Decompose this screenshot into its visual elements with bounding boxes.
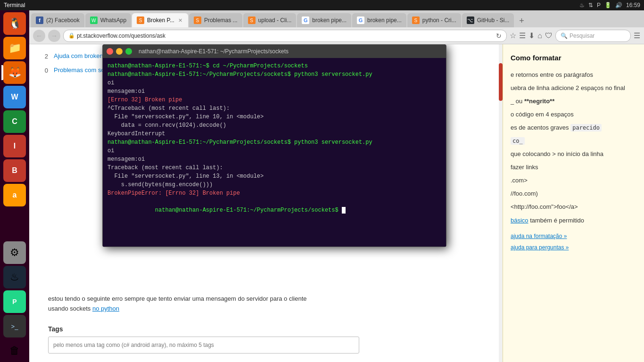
sidebar-item-trash[interactable]: 🗑 xyxy=(3,339,26,362)
tab-broken2-label: broken pipe... xyxy=(312,17,347,24)
sidebar-item-firefox[interactable]: 🦊 xyxy=(3,61,26,84)
home-icon[interactable]: ⌂ xyxy=(537,32,542,40)
terminal-line-17: nathan@nathan-Aspire-E1-571:~/PycharmPro… xyxy=(107,197,441,223)
terminal-line-14: File "serversocket.py", line 13, in <mod… xyxy=(107,172,441,181)
sidebar-item-amazon[interactable]: a xyxy=(3,184,26,206)
url-text: pt.stackoverflow.com/questions/ask xyxy=(77,33,496,39)
questions-help-link[interactable]: ajuda para perguntas » xyxy=(511,243,636,252)
rs-item-8: fazer links xyxy=(511,162,636,173)
tab-add-button[interactable]: + xyxy=(515,14,528,27)
sidebar-item-ubuntu[interactable]: 🐧 xyxy=(3,12,26,35)
basic-link[interactable]: básico xyxy=(511,217,528,224)
url-bar: ← → 🔒 pt.stackoverflow.com/questions/ask… xyxy=(29,27,644,44)
tab-whatsapp-label: WhatsApp xyxy=(100,17,126,24)
url-input-wrap[interactable]: 🔒 pt.stackoverflow.com/questions/ask ↻ xyxy=(63,30,507,42)
python-favicon: S xyxy=(412,16,420,24)
problemas-favicon: S xyxy=(194,16,201,24)
content-area: 2 Ajuda com broken pipe 1 0 Problemas co… xyxy=(29,44,503,362)
rs-item-5: es de acentos graves parecido xyxy=(511,123,636,133)
url-actions: ☆ ☰ ⬇ ⌂ 🛡 xyxy=(510,31,553,40)
sidebar-item-impress[interactable]: I xyxy=(3,135,26,157)
search-placeholder: Pesquisar xyxy=(570,33,594,39)
tab-bar: f (2) Facebook W WhatsApp S Broken P... … xyxy=(29,10,644,27)
tab-broken3[interactable]: G broken pipe... xyxy=(352,13,406,27)
steam-icon[interactable]: ♨ xyxy=(579,2,585,8)
terminal-body[interactable]: nathan@nathan-Aspire-E1-571:~$ cd ~/Pych… xyxy=(103,58,446,247)
tab-problemas[interactable]: S Problemas ... xyxy=(189,13,242,27)
vote-score-1: 2 xyxy=(39,52,48,60)
shield-icon[interactable]: 🛡 xyxy=(545,32,553,40)
below-line-1: estou tendo o seguinte erro sempre que t… xyxy=(48,294,484,304)
tab-broken-label: Broken P... xyxy=(147,17,174,24)
scroll-thumb[interactable] xyxy=(499,63,503,101)
below-line-2: usando sockets no python xyxy=(48,304,484,314)
sidebar-item-pycharm[interactable]: P xyxy=(3,290,26,313)
terminal-close-button[interactable] xyxy=(107,48,113,55)
sidebar-item-writer[interactable]: W xyxy=(3,86,26,108)
sidebar-item-contacts[interactable]: B xyxy=(3,159,26,182)
sidebar-item-calc[interactable]: C xyxy=(3,110,26,133)
sidebar-item-terminal[interactable]: >_ xyxy=(3,315,26,337)
reader-icon[interactable]: ☰ xyxy=(519,31,526,40)
tab-upload[interactable]: S upload - Cli... xyxy=(243,13,297,27)
sidebar-links: ajuda na formatação » ajuda para pergunt… xyxy=(511,231,636,253)
download-icon[interactable]: ⬇ xyxy=(528,31,535,40)
sidebar-item-settings[interactable]: ⚙ xyxy=(3,241,26,264)
upload-favicon: S xyxy=(248,16,256,24)
rs-item-6: co_ xyxy=(511,136,636,146)
tab-facebook[interactable]: f (2) Facebook xyxy=(31,13,84,27)
search-box[interactable]: 🔍 Pesquisar xyxy=(555,30,631,42)
terminal-line-8: data = conn.recv(1024).decode() xyxy=(107,121,441,130)
taskbar-top: Terminal ♨ ⇅ P 🔋 🔊 16:59 xyxy=(0,0,644,10)
terminal-line-3: oi xyxy=(107,79,441,87)
sidebar: 🐧 📁 🦊 W C I B a ⚙ ♨ P >_ 🗑 xyxy=(0,10,29,362)
tab-facebook-label: (2) Facebook xyxy=(46,17,80,24)
menu-icon[interactable]: ☰ xyxy=(634,31,640,40)
network-icon[interactable]: ⇅ xyxy=(588,2,593,8)
vote-score-2: 0 xyxy=(39,66,48,74)
terminal-minimize-button[interactable] xyxy=(116,48,123,55)
terminal-line-5: [Errno 32] Broken pipe xyxy=(107,96,441,104)
below-content: estou tendo o seguinte erro sempre que t… xyxy=(39,287,493,321)
below-terminal-content: estou tendo o seguinte erro sempre que t… xyxy=(39,287,493,361)
back-button[interactable]: ← xyxy=(33,30,45,42)
tab-github[interactable]: ⌥ GitHub - Si... xyxy=(462,13,514,27)
tags-input[interactable] xyxy=(48,337,359,354)
forward-button[interactable]: → xyxy=(48,30,60,42)
terminal-line-10: nathan@nathan-Aspire-E1-571:~/PycharmPro… xyxy=(107,138,441,147)
terminal-line-16: BrokenPipeError: [Errno 32] Broken pipe xyxy=(107,189,441,197)
taskbar-title: Terminal xyxy=(4,2,25,8)
tab-broken-close[interactable]: ✕ xyxy=(177,16,183,25)
tab-python-label: python - Cri... xyxy=(422,17,456,24)
terminal-line-6: ^CTraceback (most recent call last): xyxy=(107,104,441,113)
taskbar-right: ♨ ⇅ P 🔋 🔊 16:59 xyxy=(579,2,640,8)
refresh-icon[interactable]: ↻ xyxy=(496,32,502,40)
pycharm-icon[interactable]: P xyxy=(597,2,601,8)
terminal-line-9: KeyboardInterrupt xyxy=(107,130,441,138)
bold-example: **negrito** xyxy=(524,98,554,105)
rs-item-12: básico também é permitido xyxy=(511,215,636,226)
terminal-maximize-button[interactable] xyxy=(125,48,132,55)
tags-section: Tags xyxy=(39,321,493,361)
terminal-line-7: File "serversocket.py", line 10, in <mod… xyxy=(107,113,441,121)
broken-favicon: S xyxy=(137,16,144,24)
sidebar-item-files[interactable]: 📁 xyxy=(3,37,26,59)
format-help-link[interactable]: ajuda na formatação » xyxy=(511,231,636,241)
terminal-line-1: nathan@nathan-Aspire-E1-571:~$ cd ~/Pych… xyxy=(107,62,441,70)
tab-broken2[interactable]: G broken pipe... xyxy=(297,13,351,27)
sidebar-item-steam[interactable]: ♨ xyxy=(3,266,26,288)
tab-whatsapp[interactable]: W WhatsApp xyxy=(85,13,131,27)
battery-icon[interactable]: 🔋 xyxy=(604,2,611,8)
python-link[interactable]: no python xyxy=(92,305,119,312)
volume-icon[interactable]: 🔊 xyxy=(615,2,622,8)
bookmark-icon[interactable]: ☆ xyxy=(510,31,516,40)
code-example-2: co_ xyxy=(511,137,525,145)
terminal-line-15: s.send(bytes(msg.encode())) xyxy=(107,181,441,189)
tab-github-label: GitHub - Si... xyxy=(477,17,510,24)
tab-python[interactable]: S python - Cri... xyxy=(407,13,461,27)
tab-broken[interactable]: S Broken P... ✕ xyxy=(132,13,188,27)
clock: 16:59 xyxy=(626,2,640,8)
right-sidebar-title: Como formatar xyxy=(511,52,636,64)
tags-label: Tags xyxy=(48,325,484,333)
scroll-indicator[interactable] xyxy=(499,44,503,362)
